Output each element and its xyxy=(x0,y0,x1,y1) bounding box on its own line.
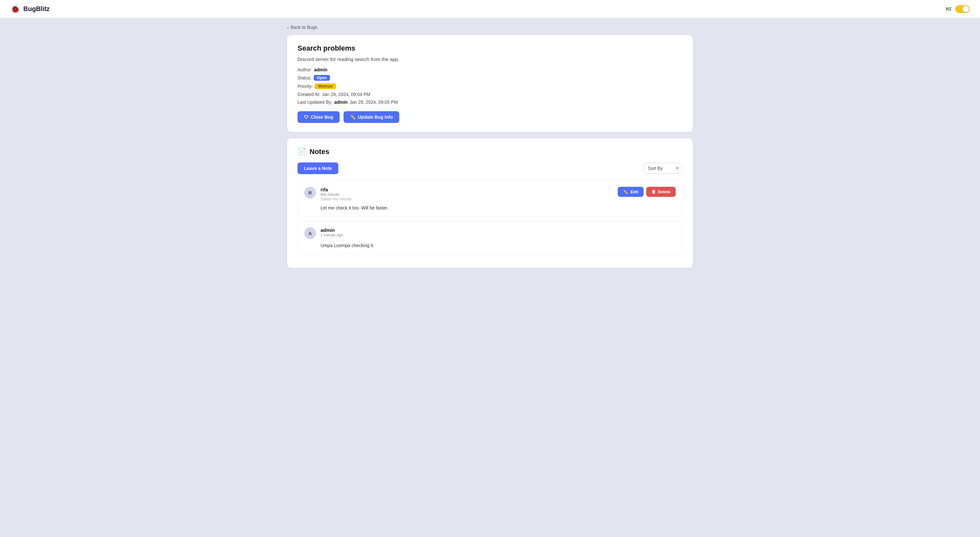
note-username-2: admin xyxy=(320,227,343,233)
note-time-2: 1 minute ago xyxy=(320,233,343,237)
update-bug-label: Update Bug Info xyxy=(358,115,393,120)
user-initials: RZ xyxy=(946,6,951,11)
bug-title: Search problems xyxy=(298,44,682,53)
note-actions-1: ✏️ Edit 🗑 Delete xyxy=(618,187,676,197)
bug-updated-row: Last Updated By: admin Jan 28, 2024, 09:… xyxy=(298,100,682,105)
app-header: 🐞 BugBlitz RZ xyxy=(0,0,980,18)
main-content: ‹ Back to Bugs Search problems Discord s… xyxy=(279,18,701,281)
close-bug-button[interactable]: 🛡 Close Bug xyxy=(298,111,340,123)
note-user-info-1: rifa this minute Edited this minute xyxy=(320,187,351,201)
leave-note-label: Leave a Note xyxy=(304,166,332,171)
edit-note-1-button[interactable]: ✏️ Edit xyxy=(618,187,644,197)
updated-by-value: admin xyxy=(334,100,347,105)
leave-note-button[interactable]: Leave a Note xyxy=(298,163,338,174)
header-right: RZ xyxy=(946,5,970,13)
sort-select[interactable]: Sort By Newest First Oldest First xyxy=(644,163,682,174)
created-label: Created At: xyxy=(298,92,320,97)
delete-label: Delete xyxy=(658,190,670,194)
note-content-2: Umpa Loompa checking it. xyxy=(304,243,676,248)
bug-info-card: Search problems Discord server for readi… xyxy=(287,35,693,132)
created-at-value: Jan 28, 2024, 09:04 PM xyxy=(322,92,371,97)
notes-toolbar: Leave a Note Sort By Newest First Oldest… xyxy=(298,163,682,174)
back-nav-label: Back to Bugs xyxy=(291,25,318,30)
avatar-rifa: R xyxy=(304,187,316,198)
update-bug-button[interactable]: ✏️ Update Bug Info xyxy=(344,111,399,123)
bug-actions: 🛡 Close Bug ✏️ Update Bug Info xyxy=(298,111,682,123)
notes-header: 📄 Notes xyxy=(298,148,682,156)
toggle-knob xyxy=(963,6,969,12)
note-top-1: R rifa this minute Edited this minute ✏️… xyxy=(304,187,676,201)
bug-author-row: Author: admin xyxy=(298,67,682,72)
avatar-admin: A xyxy=(304,227,316,239)
brand: 🐞 BugBlitz xyxy=(10,5,49,14)
logo-icon: 🐞 xyxy=(10,5,20,14)
note-edited-1: Edited this minute xyxy=(320,197,351,201)
status-badge: Open xyxy=(314,75,330,81)
edit-label: Edit xyxy=(630,190,638,194)
priority-badge: Medium xyxy=(315,83,336,89)
note-user-info-2: admin 1 minute ago xyxy=(320,227,343,237)
bug-created-row: Created At: Jan 28, 2024, 09:04 PM xyxy=(298,92,682,97)
note-item-1: R rifa this minute Edited this minute ✏️… xyxy=(298,181,682,217)
back-nav[interactable]: ‹ Back to Bugs xyxy=(287,25,317,30)
note-user-row-1: R rifa this minute Edited this minute xyxy=(304,187,351,201)
trash-icon: 🗑 xyxy=(651,190,655,194)
note-item-2: A admin 1 minute ago Umpa Loompa checkin… xyxy=(298,221,682,254)
status-label: Status: xyxy=(298,75,312,80)
notes-title: Notes xyxy=(310,148,329,156)
updated-label: Last Updated By: xyxy=(298,100,332,105)
theme-toggle[interactable] xyxy=(955,5,970,13)
bug-priority-row: Priority: Medium xyxy=(298,83,682,89)
author-label: Author: xyxy=(298,67,312,72)
note-user-row-2: A admin 1 minute ago xyxy=(304,227,343,239)
back-chevron-icon: ‹ xyxy=(287,25,289,30)
note-content-1: Let me check it too. Will be faster. xyxy=(304,205,676,210)
note-username-1: rifa xyxy=(320,187,351,192)
priority-label: Priority: xyxy=(298,84,313,89)
author-value: admin xyxy=(314,67,327,72)
shield-icon: 🛡 xyxy=(304,115,309,120)
updated-at-value: Jan 28, 2024, 09:05 PM xyxy=(350,100,398,105)
edit-icon: ✏️ xyxy=(623,190,628,194)
delete-note-1-button[interactable]: 🗑 Delete xyxy=(646,187,676,197)
bug-status-row: Status: Open xyxy=(298,75,682,81)
note-time-1: this minute xyxy=(320,192,351,197)
note-top-2: A admin 1 minute ago xyxy=(304,227,676,239)
bug-description: Discord server for reading search from t… xyxy=(298,56,682,62)
app-title: BugBlitz xyxy=(23,5,49,13)
pencil-icon: ✏️ xyxy=(350,115,355,120)
close-bug-label: Close Bug xyxy=(311,115,333,120)
notes-card: 📄 Notes Leave a Note Sort By Newest Firs… xyxy=(287,139,693,268)
notes-icon: 📄 xyxy=(298,148,306,156)
